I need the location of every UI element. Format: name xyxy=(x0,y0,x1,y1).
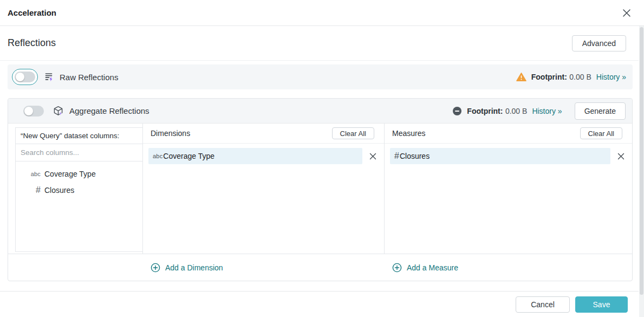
plus-circle-icon xyxy=(151,263,160,273)
list-item-label: Coverage Type xyxy=(44,170,96,178)
dimensions-header-row: Dimensions Clear All xyxy=(143,124,384,144)
dialog-title: Acceleration xyxy=(8,8,56,17)
add-dimension-label: Add a Dimension xyxy=(165,263,223,272)
measures-title: Measures xyxy=(392,129,425,138)
aggregate-footprint-value: 0.00 B xyxy=(505,107,527,115)
dimension-chip-coverage-type[interactable]: abc Coverage Type xyxy=(148,148,362,164)
dimensions-column: Dimensions Clear All abc Coverage Type xyxy=(143,124,385,254)
warning-icon xyxy=(516,72,526,82)
aggregate-reflections-label: Aggregate Reflections xyxy=(69,106,149,115)
reflections-header-row: Reflections Advanced xyxy=(0,26,639,61)
cancel-button[interactable]: Cancel xyxy=(516,296,570,313)
plus-circle-icon xyxy=(392,263,402,273)
text-type-icon: abc xyxy=(153,153,162,159)
aggregate-footer-row: Add a Dimension Add a Measure xyxy=(8,254,632,281)
dimension-chip-label: Coverage Type xyxy=(163,152,214,160)
advanced-button[interactable]: Advanced xyxy=(572,35,626,51)
acceleration-dialog: Acceleration Reflections Advanced xyxy=(0,0,644,317)
dialog-footer: Cancel Save xyxy=(0,291,639,317)
text-type-icon: abc xyxy=(30,171,41,177)
remove-dimension-button[interactable] xyxy=(367,150,379,162)
number-type-icon: # xyxy=(394,151,399,161)
reflections-heading: Reflections xyxy=(8,37,56,49)
dataset-columns-list: abc Coverage Type # Closures xyxy=(16,161,142,198)
dataset-columns-box: “New Query” dataset columns: abc Coverag… xyxy=(15,127,143,252)
close-icon xyxy=(622,8,632,18)
measures-header-row: Measures Clear All xyxy=(385,124,632,144)
raw-reflections-label: Raw Reflections xyxy=(60,73,118,82)
measure-chip-closures[interactable]: # Closures xyxy=(390,148,610,164)
raw-reflections-toggle[interactable] xyxy=(15,72,35,82)
search-columns-input[interactable] xyxy=(16,144,142,161)
list-item-label: Closures xyxy=(44,186,74,195)
save-button[interactable]: Save xyxy=(575,296,628,313)
disabled-minus-icon xyxy=(452,106,462,116)
add-measure-link[interactable]: Add a Measure xyxy=(392,263,458,273)
measures-clear-all-button[interactable]: Clear All xyxy=(580,127,622,139)
raw-reflection-icon xyxy=(43,72,54,82)
dimension-chip-row: abc Coverage Type xyxy=(148,148,379,164)
list-item-closures[interactable]: # Closures xyxy=(16,182,142,198)
number-type-icon: # xyxy=(30,185,41,195)
measure-chip-label: Closures xyxy=(400,152,430,160)
list-item-coverage-type[interactable]: abc Coverage Type xyxy=(16,166,142,182)
measure-chip-row: # Closures xyxy=(390,148,627,164)
remove-measure-button[interactable] xyxy=(615,150,627,162)
scrollbar-thumb[interactable] xyxy=(640,27,643,295)
aggregate-header-row: Aggregate Reflections Footprint: 0.00 B … xyxy=(8,99,632,124)
dataset-columns-header: “New Query” dataset columns: xyxy=(16,128,142,144)
add-measure-label: Add a Measure xyxy=(407,263,458,272)
vertical-scrollbar[interactable] xyxy=(639,26,644,317)
add-dimension-link[interactable]: Add a Dimension xyxy=(151,263,223,273)
measures-column: Measures Clear All # Closures xyxy=(385,124,632,254)
aggregate-footprint-label: Footprint: xyxy=(467,107,503,115)
raw-history-link[interactable]: History » xyxy=(596,73,626,81)
raw-reflections-panel: Raw Reflections Footprint: 0.00 B Histor… xyxy=(8,64,633,89)
raw-footprint-value: 0.00 B xyxy=(569,73,591,81)
aggregate-reflections-section: Aggregate Reflections Footprint: 0.00 B … xyxy=(8,98,633,281)
aggregate-content: “New Query” dataset columns: abc Coverag… xyxy=(8,124,632,254)
aggregate-reflection-icon xyxy=(53,105,64,117)
aggregate-history-link[interactable]: History » xyxy=(532,107,562,115)
dimensions-clear-all-button[interactable]: Clear All xyxy=(332,127,374,139)
raw-toggle-focus-ring xyxy=(12,69,38,85)
close-button[interactable] xyxy=(620,7,633,20)
dialog-header: Acceleration xyxy=(0,0,644,26)
generate-button[interactable]: Generate xyxy=(575,102,626,120)
dataset-columns-panel: “New Query” dataset columns: abc Coverag… xyxy=(8,124,143,254)
aggregate-reflections-toggle[interactable] xyxy=(23,106,44,117)
dimensions-title: Dimensions xyxy=(151,129,190,138)
raw-footprint-label: Footprint: xyxy=(531,73,567,81)
